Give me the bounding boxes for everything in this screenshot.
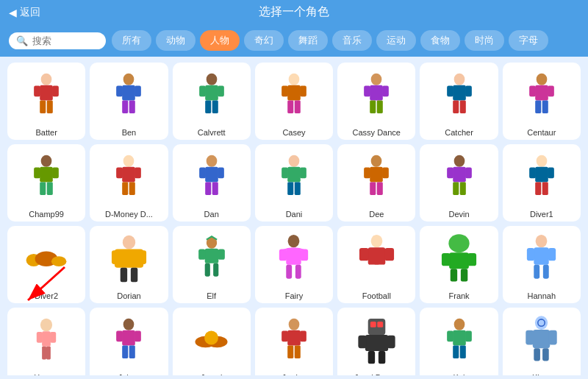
svg-rect-38 bbox=[529, 85, 536, 96]
sprite-card[interactable]: Catcher bbox=[420, 63, 498, 140]
search-box[interactable]: 🔍 bbox=[9, 32, 106, 49]
category-btn-fantasy[interactable]: 奇幻 bbox=[244, 30, 284, 51]
svg-rect-69 bbox=[382, 167, 389, 178]
category-btn-music[interactable]: 音乐 bbox=[332, 30, 372, 51]
svg-rect-74 bbox=[447, 167, 453, 178]
category-btn-food[interactable]: 食物 bbox=[420, 30, 460, 51]
back-label: 返回 bbox=[20, 6, 40, 19]
back-button[interactable]: ◀ 返回 bbox=[9, 6, 40, 19]
svg-rect-80 bbox=[529, 167, 536, 178]
sprite-card[interactable]: Dee bbox=[337, 144, 415, 222]
category-btn-all[interactable]: 所有 bbox=[112, 30, 151, 51]
sprite-card[interactable]: Football bbox=[337, 226, 415, 303]
sprite-figure bbox=[258, 149, 330, 208]
svg-rect-83 bbox=[542, 182, 548, 195]
sprite-card[interactable]: Batter bbox=[7, 63, 85, 140]
sprite-card[interactable]: Hannah bbox=[503, 226, 581, 303]
sprite-card[interactable]: Frank bbox=[420, 226, 498, 303]
svg-point-117 bbox=[536, 235, 548, 247]
svg-rect-46 bbox=[40, 182, 46, 195]
sprite-card[interactable]: Jamal bbox=[173, 308, 251, 375]
sprite-card[interactable]: Dani bbox=[255, 144, 333, 222]
sprite-figure bbox=[506, 312, 578, 372]
sprite-card[interactable]: Dorian bbox=[90, 226, 168, 303]
sprite-card[interactable]: Diver2 bbox=[7, 226, 85, 303]
search-input[interactable] bbox=[32, 35, 98, 46]
sprite-card[interactable]: Jouvi Dance bbox=[337, 308, 415, 375]
svg-rect-154 bbox=[447, 330, 453, 341]
svg-rect-133 bbox=[123, 345, 129, 358]
category-btn-people[interactable]: 人物 bbox=[200, 30, 240, 51]
category-btn-dance[interactable]: 舞蹈 bbox=[288, 30, 328, 51]
sprite-card[interactable]: Harper bbox=[7, 308, 85, 375]
svg-rect-128 bbox=[46, 346, 51, 359]
svg-point-18 bbox=[289, 73, 300, 85]
sprite-card[interactable]: Ben bbox=[90, 63, 168, 140]
category-btn-letters[interactable]: 字母 bbox=[509, 30, 548, 51]
svg-rect-61 bbox=[287, 166, 301, 182]
svg-rect-91 bbox=[121, 268, 127, 283]
svg-rect-106 bbox=[368, 247, 385, 265]
svg-rect-79 bbox=[535, 166, 548, 182]
svg-rect-110 bbox=[377, 265, 385, 279]
svg-rect-82 bbox=[535, 182, 541, 195]
svg-rect-114 bbox=[467, 253, 476, 266]
svg-rect-28 bbox=[370, 100, 376, 113]
category-buttons: 所有动物人物奇幻舞蹈音乐运动食物时尚字母 bbox=[112, 30, 548, 51]
svg-point-6 bbox=[123, 73, 135, 85]
category-btn-fashion[interactable]: 时尚 bbox=[465, 30, 504, 51]
svg-rect-151 bbox=[379, 351, 385, 364]
svg-rect-3 bbox=[52, 85, 59, 96]
svg-point-86 bbox=[51, 256, 67, 266]
svg-rect-65 bbox=[295, 182, 301, 195]
sprite-figure bbox=[506, 67, 578, 127]
sprite-figure bbox=[10, 67, 82, 127]
svg-rect-81 bbox=[548, 167, 554, 178]
sprite-figure bbox=[506, 149, 578, 208]
sprite-name: Catcher bbox=[445, 128, 473, 137]
sprite-name: Casey bbox=[282, 128, 305, 137]
sprite-card[interactable]: Jaime bbox=[90, 308, 168, 375]
sprite-card[interactable]: Kai bbox=[420, 308, 498, 375]
sprite-card[interactable]: Kiran bbox=[503, 308, 581, 375]
svg-rect-11 bbox=[129, 100, 135, 113]
sprite-card[interactable]: Casey bbox=[255, 63, 333, 140]
svg-rect-56 bbox=[199, 167, 206, 178]
svg-point-129 bbox=[123, 318, 135, 330]
svg-rect-139 bbox=[287, 330, 301, 345]
sprite-figure bbox=[423, 149, 495, 208]
svg-rect-73 bbox=[453, 166, 466, 182]
sprite-card[interactable]: Jordyn bbox=[255, 308, 333, 375]
toolbar: 🔍 所有动物人物奇幻舞蹈音乐运动食物时尚字母 bbox=[0, 24, 588, 57]
svg-rect-130 bbox=[123, 330, 136, 345]
sprite-card[interactable]: Centaur bbox=[503, 63, 581, 140]
sprite-card[interactable]: Champ99 bbox=[7, 144, 85, 222]
svg-point-60 bbox=[289, 155, 300, 166]
category-btn-sports[interactable]: 运动 bbox=[376, 30, 416, 51]
svg-rect-35 bbox=[459, 100, 465, 113]
sprite-figure bbox=[93, 149, 165, 208]
category-btn-animals[interactable]: 动物 bbox=[156, 30, 196, 51]
svg-rect-71 bbox=[377, 182, 383, 195]
sprite-figure bbox=[93, 67, 165, 127]
sprite-card[interactable]: Dan bbox=[173, 144, 251, 222]
sprite-card[interactable]: Diver1 bbox=[503, 144, 581, 222]
sprite-card[interactable]: Devin bbox=[420, 144, 498, 222]
sprite-figure bbox=[176, 67, 248, 127]
sprite-card[interactable]: Fairy bbox=[255, 226, 333, 303]
sprite-card[interactable]: Cassy Dance bbox=[337, 63, 415, 140]
sprite-card[interactable]: D-Money D... bbox=[90, 144, 168, 222]
svg-point-138 bbox=[289, 318, 300, 330]
sprite-figure bbox=[340, 67, 412, 127]
svg-rect-44 bbox=[34, 167, 40, 178]
svg-point-12 bbox=[206, 73, 217, 85]
svg-rect-8 bbox=[117, 85, 123, 96]
svg-rect-2 bbox=[34, 85, 40, 96]
svg-rect-124 bbox=[42, 331, 51, 347]
sprite-card[interactable]: Elf bbox=[173, 226, 251, 303]
sprite-card[interactable]: Calvrett bbox=[173, 63, 251, 140]
svg-rect-50 bbox=[117, 167, 123, 178]
svg-rect-32 bbox=[447, 85, 453, 96]
sprite-name: Diver1 bbox=[530, 210, 553, 219]
sprite-figure bbox=[10, 312, 82, 372]
